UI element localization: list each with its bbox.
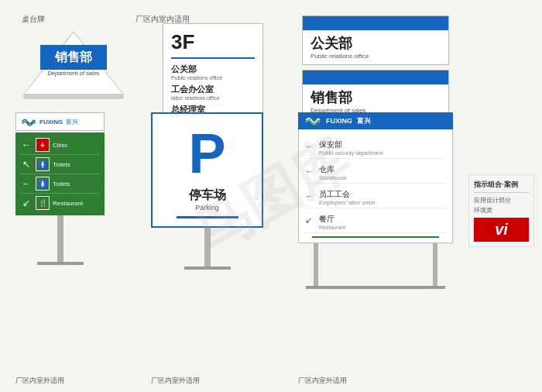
multi-row-1: ← 仓库 Storehouse [305, 159, 446, 184]
multi-en-0: Public security department [319, 150, 382, 156]
multi-arrow-1: ← [305, 167, 316, 176]
multi-arrow-2: ← [305, 191, 316, 201]
info-box-line1: 应用设计部分 [474, 196, 529, 205]
column-row-2: ← 🚺 Toilets [20, 174, 100, 194]
tent-base [23, 95, 124, 99]
column-label-2: Toilets [53, 181, 70, 187]
door-sign-0-blue-bar [303, 16, 448, 30]
multi-cn-3: 餐厅 [319, 215, 334, 223]
column-row-3: ↙ 🍴 Restaurant [20, 194, 100, 212]
info-box-line2: 环境类 [474, 206, 529, 215]
column-label-0: Clinic [53, 142, 68, 149]
door-sign-1-cn: 销售部 [310, 88, 441, 107]
multi-body: ← 保安部 Public security department ← 仓库 St… [298, 129, 453, 243]
floor-number: 3F [171, 30, 255, 59]
parking-letter: P [188, 126, 225, 181]
clinic-icon: + [36, 138, 50, 152]
sign-base [37, 262, 84, 265]
tent-en: Department of sales [47, 70, 99, 77]
tent-sign: 销售部 Department of sales [23, 31, 124, 99]
toilet-female-icon: 🚺 [36, 177, 50, 191]
parking-cn: 停车场 [189, 187, 226, 204]
multi-cn-0: 保安部 [319, 140, 342, 149]
door-sign-0-en: Public relations office [310, 53, 441, 60]
column-header: FUXING 富兴 [15, 112, 105, 131]
parking-line [177, 216, 238, 218]
floor-item-0-en: Public relations office [171, 75, 255, 81]
multi-en-3: Restaurant [319, 225, 345, 230]
column-brand-en: FUXING [39, 119, 63, 126]
parking-en: Parking [195, 204, 219, 211]
column-brand-cn: 富兴 [66, 118, 78, 126]
parking-base [184, 266, 231, 270]
multi-row-2: ← 员工工会 Employees' labor union [305, 184, 446, 208]
column-label-3: Restaurant [53, 200, 83, 207]
info-box-title: 指示组合·案例 [474, 180, 529, 193]
floor-item-1-cn: 工会办公室 [171, 84, 255, 95]
multi-pole-right [433, 243, 437, 286]
multi-pole-left [314, 243, 318, 286]
floor-item-1-en: labor relations office [171, 95, 255, 101]
parking-sign: P 停车场 Parking [151, 112, 263, 270]
arrow-icon-3: ↙ [20, 198, 33, 208]
toilet-male-icon: 🚹 [36, 157, 50, 171]
label-desk-sign: 桌台牌 [22, 14, 45, 25]
label-outdoor-1: 厂区内室外适用 [15, 376, 64, 386]
arrow-icon-2: ← [20, 178, 33, 189]
restaurant-icon: 🍴 [36, 196, 50, 210]
door-sign-0-cn: 公关部 [310, 34, 441, 53]
parking-pole [204, 228, 211, 266]
label-outdoor-3: 厂区内室外适用 [298, 376, 347, 386]
door-signs-container: 公关部 Public relations office 销售部 Departme… [302, 15, 449, 124]
arrow-icon-0: ← [20, 139, 33, 150]
column-label-1: Toilets [53, 161, 70, 168]
column-row-1: ↖ 🚹 Toilets [20, 155, 100, 174]
multi-cn-2: 员工工会 [319, 190, 350, 198]
column-body: ← + Clinic ↖ 🚹 Toilets ← 🚺 Toilets ↙ 🍴 [15, 132, 105, 215]
fuxing-logo-icon [21, 116, 36, 127]
multi-arrow-3: ↙ [305, 215, 316, 225]
multi-en-2: Employees' labor union [319, 200, 376, 205]
column-sign: FUXING 富兴 ← + Clinic ↖ 🚹 Toilets ← 🚺 Toi… [15, 112, 105, 265]
info-box-vi: vi [474, 218, 529, 242]
multi-base [306, 286, 445, 289]
door-sign-1-blue-bar [303, 70, 448, 84]
multi-sign: FUXING 富兴 ← 保安部 Public security departme… [298, 112, 453, 289]
sign-pole [57, 215, 63, 262]
parking-body: P 停车场 Parking [151, 112, 263, 228]
door-sign-0: 公关部 Public relations office [302, 15, 449, 65]
info-box: 指示组合·案例 应用设计部分 环境类 vi [468, 174, 534, 247]
multi-row-3: ↙ 餐厅 Restaurant [305, 208, 446, 233]
multi-brand-cn: 富兴 [357, 116, 371, 126]
multi-sign-header: FUXING 富兴 [298, 112, 453, 129]
multi-brand-en: FUXING [326, 117, 352, 125]
label-outdoor-2: 厂区内室外适用 [151, 376, 200, 386]
multi-arrow-0: ← [305, 142, 316, 151]
floor-item-0-cn: 公关部 [171, 64, 255, 75]
multi-en-1: Storehouse [319, 175, 347, 181]
multi-cn-1: 仓库 [319, 165, 334, 174]
multi-logo-icon [304, 115, 321, 126]
tent-cn: 销售部 [55, 50, 92, 66]
arrow-icon-1: ↖ [20, 159, 33, 170]
column-row-0: ← + Clinic [20, 136, 100, 155]
multi-row-0: ← 保安部 Public security department [305, 134, 446, 159]
multi-green-line [312, 236, 439, 238]
